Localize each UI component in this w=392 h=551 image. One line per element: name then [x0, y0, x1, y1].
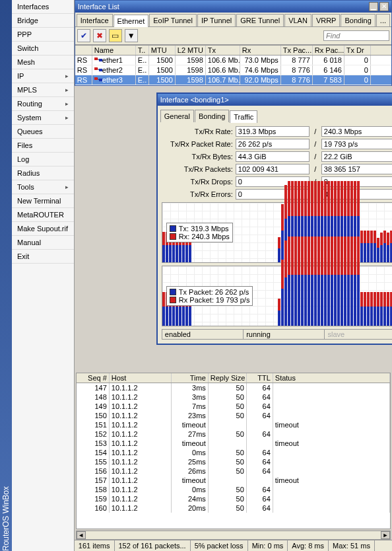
chart-bar [341, 181, 343, 216]
sidebar-item-manual[interactable]: Manual [12, 236, 74, 250]
ping-row[interactable]: 15110.1.1.2timeouttimeout [77, 420, 390, 429]
column-header[interactable]: Tx [206, 46, 240, 55]
sidebar-item-mesh[interactable]: Mesh [12, 55, 74, 69]
sidebar-item-queues[interactable]: Queues [12, 125, 74, 139]
sidebar-item-exit[interactable]: Exit [12, 250, 74, 264]
cell: E.. [136, 65, 149, 75]
x-icon[interactable]: ✖ [93, 29, 106, 42]
check-icon[interactable]: ✔ [77, 29, 90, 42]
interface-row[interactable]: RSether2E..15001598106.6 Mb...74.6 Mbps8… [75, 65, 391, 75]
tab-vlan[interactable]: VLAN [284, 14, 311, 26]
column-header[interactable]: TTL [247, 373, 273, 383]
ping-hscrollbar[interactable]: ◄ ► [76, 531, 391, 540]
tab-traffic[interactable]: Traffic [230, 110, 257, 123]
footer-seen: 152 of 161 packets... [115, 540, 191, 551]
ping-row[interactable]: 15310.1.1.2timeouttimeout [77, 439, 390, 448]
find-input[interactable] [323, 30, 389, 41]
chart-bar [182, 307, 185, 326]
column-header[interactable] [75, 46, 92, 55]
tab-interface[interactable]: Interface [77, 14, 113, 26]
column-header[interactable]: Tx Pac... [281, 46, 313, 55]
cell [209, 420, 247, 429]
interface-row[interactable]: RSether1E..15001598106.6 Mb...73.0 Mbps8… [75, 55, 391, 65]
column-header[interactable]: Tx Dr [344, 46, 371, 55]
tab-vrrp[interactable]: VRRP [312, 14, 341, 26]
tab-general[interactable]: General [160, 110, 194, 122]
ping-row[interactable]: 14810.1.1.23ms5064 [77, 392, 390, 402]
column-header[interactable]: Name [92, 46, 136, 55]
field-value-tx: 102 009 431 [236, 164, 310, 174]
column-header[interactable]: L2 MTU [176, 46, 206, 55]
column-header[interactable]: MTU [149, 46, 176, 55]
chart-bar [387, 233, 389, 245]
column-header[interactable]: Host [110, 373, 172, 383]
svg-rect-7 [99, 79, 102, 81]
cell: 153 [77, 439, 110, 448]
ping-row[interactable]: 15410.1.1.20ms5064 [77, 448, 390, 457]
column-header[interactable]: T.. [136, 46, 149, 55]
sidebar-item-ppp[interactable]: PPP [12, 28, 74, 42]
cell [273, 457, 390, 466]
cell: 10.1.1.2 [110, 457, 172, 466]
tab-bonding[interactable]: Bonding [195, 110, 229, 122]
chevron-right-icon: ▸ [65, 114, 69, 121]
column-header[interactable]: Reply Size [209, 373, 247, 383]
tab--[interactable]: ... [376, 14, 390, 26]
cell: 8 777 [281, 55, 313, 65]
sidebar-item-label: Manual [17, 239, 41, 246]
ping-row[interactable]: 15710.1.1.2timeouttimeout [77, 476, 390, 485]
sidebar-item-radius[interactable]: Radius [12, 166, 74, 180]
cell: 50 [209, 392, 247, 402]
sidebar-item-mpls[interactable]: MPLS▸ [12, 83, 74, 97]
ping-row[interactable]: 14910.1.1.27ms5064 [77, 402, 390, 411]
ping-row[interactable]: 15010.1.1.223ms5064 [77, 411, 390, 420]
slash-separator: / [312, 140, 319, 148]
interface-row[interactable]: RSether3E..15001598106.7 Mb...92.0 Mbps8… [75, 75, 391, 85]
sidebar-item-make-supout-rif[interactable]: Make Supout.rif [12, 222, 74, 236]
sidebar-item-switch[interactable]: Switch [12, 42, 74, 55]
cell: 3ms [172, 383, 209, 392]
field-label: Tx/Rx Drops: [160, 178, 233, 186]
column-header[interactable]: Status [273, 373, 390, 383]
column-header[interactable]: Time [172, 373, 209, 383]
scroll-right-icon[interactable]: ► [381, 531, 390, 539]
sidebar-item-ip[interactable]: IP▸ [12, 69, 74, 83]
sidebar-item-files[interactable]: Files [12, 139, 74, 153]
interface-list-window: Interface List ▁ ✕ InterfaceEthernetEoIP… [75, 0, 392, 86]
tab-ethernet[interactable]: Ethernet [114, 15, 149, 27]
tab-eoip-tunnel[interactable]: EoIP Tunnel [149, 14, 197, 26]
sidebar-item-system[interactable]: System▸ [12, 111, 74, 125]
sidebar-item-tools[interactable]: Tools▸ [12, 180, 74, 194]
sidebar-item-bridge[interactable]: Bridge [12, 14, 74, 28]
cell: 6 146 [313, 65, 344, 75]
ping-row[interactable]: 15510.1.1.225ms5064 [77, 457, 390, 466]
chart-bar [370, 231, 373, 244]
ping-row[interactable]: 15910.1.1.224ms5064 [77, 494, 390, 503]
column-header[interactable]: Rx Pac... [313, 46, 344, 55]
ping-row[interactable]: 15810.1.1.20ms5064 [77, 485, 390, 494]
ping-row[interactable]: 15210.1.1.227ms5064 [77, 429, 390, 439]
sidebar-item-interfaces[interactable]: Interfaces [12, 0, 74, 14]
filter-icon[interactable]: ▼ [125, 29, 138, 42]
column-header[interactable]: Seq # [77, 373, 110, 383]
tab-ip-tunnel[interactable]: IP Tunnel [197, 14, 236, 26]
window-close-icon[interactable]: ✕ [379, 2, 389, 11]
window-min-icon[interactable]: ▁ [369, 2, 378, 11]
tab-gre-tunnel[interactable]: GRE Tunnel [236, 14, 284, 26]
interface-list-titlebar[interactable]: Interface List ▁ ✕ [75, 1, 391, 13]
scroll-left-icon[interactable]: ◄ [77, 531, 86, 539]
column-header[interactable]: Rx [240, 46, 281, 55]
cell: 1500 [149, 75, 176, 85]
note-icon[interactable]: ▭ [109, 29, 122, 42]
ping-row[interactable]: 15610.1.1.226ms5064 [77, 466, 390, 476]
sidebar-item-routing[interactable]: Routing▸ [12, 97, 74, 111]
ping-row[interactable]: 16010.1.1.220ms5064 [77, 503, 390, 513]
chart-bar [317, 237, 320, 275]
sidebar-item-metarouter[interactable]: MetaROUTER [12, 208, 74, 222]
ping-row[interactable]: 14710.1.1.23ms5064 [77, 383, 390, 392]
bonding-titlebar[interactable]: Interface <bonding1> ▁ ✕ [158, 94, 392, 106]
sidebar-item-new-terminal[interactable]: New Terminal [12, 194, 74, 208]
sidebar-item-log[interactable]: Log [12, 153, 74, 166]
chart-bar [374, 307, 376, 326]
tab-bonding[interactable]: Bonding [341, 14, 375, 26]
